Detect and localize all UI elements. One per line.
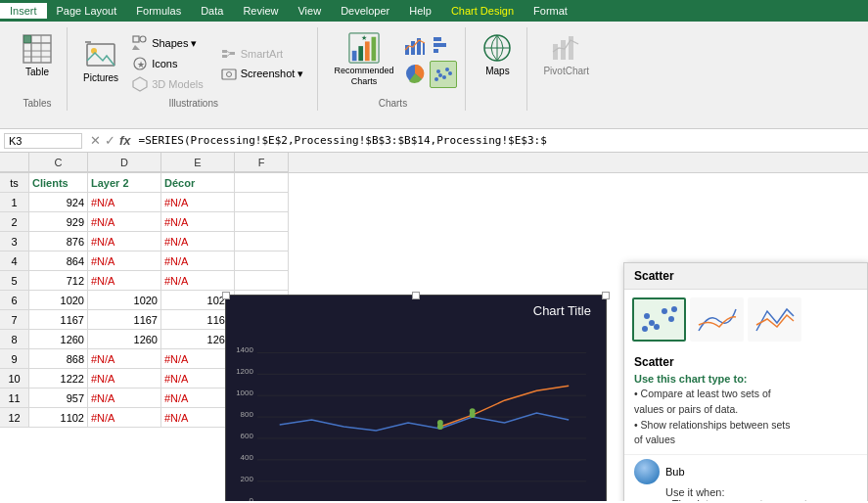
row-header: 5 <box>0 271 29 291</box>
svg-text:800: 800 <box>241 410 254 419</box>
resize-handle-tl[interactable] <box>222 292 230 299</box>
screenshot-button[interactable]: Screenshot ▾ <box>215 65 310 84</box>
scatter-chart-button[interactable] <box>430 61 457 88</box>
scatter-description: Scatter Use this chart type to: • Compar… <box>624 349 867 454</box>
table-row: 2 929 #N/A #N/A <box>0 212 868 232</box>
svg-text:600: 600 <box>241 432 254 440</box>
svg-point-89 <box>644 313 650 319</box>
svg-text:0: 0 <box>249 496 253 501</box>
row-header: ts <box>0 173 29 193</box>
cell-clients-header[interactable]: Clients <box>29 173 88 193</box>
shapes-button[interactable]: Shapes ▾ <box>126 33 209 53</box>
svg-rect-16 <box>222 50 227 53</box>
svg-point-39 <box>442 75 446 79</box>
menu-view[interactable]: View <box>288 3 331 19</box>
svg-rect-26 <box>365 41 370 61</box>
scatter-straight-lines-icon[interactable] <box>748 297 801 342</box>
scatter-smooth-lines-icon[interactable] <box>690 297 744 342</box>
row-header: 6 <box>0 291 29 310</box>
recommended-charts-label: RecommendedCharts <box>334 66 393 87</box>
svg-rect-6 <box>23 35 31 43</box>
bubble-title: Bub <box>665 466 685 478</box>
maps-button[interactable]: Maps <box>476 29 519 80</box>
row-header: 4 <box>0 252 29 271</box>
resize-handle-tr[interactable] <box>602 292 610 299</box>
3dmodels-label: 3D Models <box>152 78 204 90</box>
ribbon-group-charts: ★ RecommendedCharts <box>320 27 466 111</box>
pie-chart-button[interactable] <box>401 61 429 88</box>
bubble-icon <box>634 459 660 484</box>
scatter-dots-icon[interactable] <box>632 297 686 342</box>
row-header: 12 <box>0 408 29 428</box>
cell-d1[interactable]: 924 <box>29 193 88 212</box>
screenshot-label: Screenshot ▾ <box>241 68 304 80</box>
cancel-icon[interactable]: ✕ <box>90 133 101 148</box>
svg-point-92 <box>671 306 677 312</box>
menu-chart-design[interactable]: Chart Design <box>441 3 524 19</box>
svg-rect-7 <box>87 44 114 66</box>
pictures-button[interactable]: Pictures <box>77 36 124 87</box>
svg-rect-10 <box>133 36 139 42</box>
3dmodels-button[interactable]: 3D Models <box>126 74 209 94</box>
svg-rect-21 <box>222 69 236 79</box>
menu-help[interactable]: Help <box>399 3 441 19</box>
recommended-charts-button[interactable]: ★ RecommendedCharts <box>328 29 399 90</box>
svg-point-86 <box>642 326 648 332</box>
svg-marker-12 <box>132 45 140 50</box>
svg-point-91 <box>668 316 674 322</box>
table-label: Table <box>25 67 49 78</box>
maps-icon <box>481 32 513 64</box>
col-header-e: E <box>161 153 235 172</box>
column-chart-button[interactable] <box>401 33 429 59</box>
icons-button[interactable]: ★ Icons <box>126 54 209 73</box>
row-header: 11 <box>0 389 29 408</box>
svg-rect-18 <box>230 52 235 55</box>
ribbon-group-maps: Maps <box>468 27 527 111</box>
pivotchart-icon <box>551 32 582 64</box>
cell-layer2-header[interactable]: Layer 2 <box>88 173 161 193</box>
confirm-icon[interactable]: ✓ <box>105 133 115 148</box>
svg-point-41 <box>445 68 449 71</box>
ribbon: Table Tables Pictures <box>0 22 868 129</box>
cell-decor-header[interactable]: Décor <box>161 173 235 193</box>
smartart-button[interactable]: SmartArt <box>215 44 310 64</box>
scatter-popup-title: Scatter <box>624 263 867 290</box>
fx-icon[interactable]: fx <box>119 133 131 148</box>
svg-text:★: ★ <box>137 60 145 69</box>
svg-point-76 <box>437 420 443 426</box>
svg-point-37 <box>434 77 438 81</box>
svg-point-77 <box>470 408 476 414</box>
menu-developer[interactable]: Developer <box>331 3 399 19</box>
formula-input: =SERIES(Processing!$E$2,Processing!$B$3:… <box>135 134 864 147</box>
svg-rect-32 <box>423 43 425 55</box>
scatter-popup: Scatter <box>623 262 868 501</box>
cell-empty[interactable] <box>235 173 289 193</box>
svg-text:★: ★ <box>361 34 367 41</box>
cell-e1[interactable]: #N/A <box>88 193 161 212</box>
svg-rect-27 <box>371 37 376 61</box>
menu-format[interactable]: Format <box>524 3 577 19</box>
cell-f1[interactable]: #N/A <box>161 193 235 212</box>
menu-formulas[interactable]: Formulas <box>126 3 191 19</box>
menu-page-layout[interactable]: Page Layout <box>47 3 127 19</box>
illustrations-group-label: Illustrations <box>168 94 218 109</box>
pivotchart-button[interactable]: PivotChart <box>537 29 595 80</box>
bar-chart-button[interactable] <box>430 33 457 59</box>
svg-point-22 <box>226 71 231 76</box>
bubble-description: Use it when:• The data represents separa… <box>634 484 857 501</box>
table-button[interactable]: Table <box>16 29 59 82</box>
svg-rect-35 <box>434 49 438 53</box>
svg-text:200: 200 <box>241 475 254 483</box>
svg-point-87 <box>649 320 655 326</box>
resize-handle-tm[interactable] <box>412 292 420 299</box>
chart-svg: 0 200 400 600 800 1000 1200 1400 JAN FEB… <box>226 318 606 501</box>
menu-data[interactable]: Data <box>191 3 233 19</box>
menu-insert[interactable]: Insert <box>0 3 47 19</box>
name-box[interactable] <box>4 133 82 149</box>
icons-label: Icons <box>152 58 177 69</box>
svg-rect-47 <box>561 40 566 60</box>
svg-point-40 <box>436 69 440 73</box>
recommended-charts-icon: ★ <box>348 32 380 64</box>
menu-review[interactable]: Review <box>233 3 288 19</box>
chart-area: Chart Title 0 200 400 600 800 1000 1200 … <box>225 295 607 501</box>
